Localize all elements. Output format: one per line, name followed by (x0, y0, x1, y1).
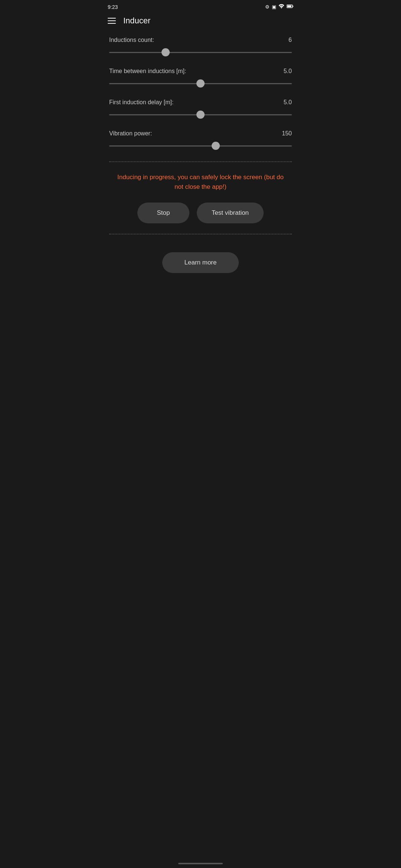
time-between-slider[interactable] (109, 80, 292, 87)
inductions-count-value: 6 (288, 37, 292, 43)
first-delay-slider-container (109, 111, 292, 118)
first-delay-value: 5.0 (284, 99, 292, 106)
inductions-count-slider[interactable] (109, 49, 292, 56)
settings-icon: ⚙ (265, 4, 270, 10)
action-buttons: Stop Test vibration (109, 199, 292, 231)
time-between-section: Time between inductions [m]: 5.0 (109, 68, 292, 87)
stop-button[interactable]: Stop (137, 203, 189, 223)
first-delay-label: First induction delay [m]: (109, 99, 173, 106)
vibration-power-section: Vibration power: 150 (109, 130, 292, 149)
time-between-value: 5.0 (284, 68, 292, 75)
app-bar: Inducer (100, 12, 301, 33)
vibration-power-label-row: Vibration power: 150 (109, 130, 292, 137)
bottom-nav-indicator (178, 863, 223, 864)
notice-text: Inducing in progress, you can safely loc… (109, 165, 292, 199)
vibration-power-slider-container (109, 142, 292, 149)
svg-rect-2 (287, 6, 291, 7)
vibration-power-label: Vibration power: (109, 130, 152, 137)
main-content: Inductions count: 6 Time between inducti… (100, 33, 301, 284)
svg-rect-1 (293, 6, 293, 7)
inductions-count-label: Inductions count: (109, 37, 154, 43)
time-between-label: Time between inductions [m]: (109, 68, 186, 75)
bottom-divider (109, 234, 292, 234)
learn-more-container: Learn more (109, 245, 292, 280)
status-bar: 9:23 ⚙ ▣ (100, 0, 301, 12)
status-icons: ⚙ ▣ (265, 4, 293, 10)
vibration-power-value: 150 (282, 130, 292, 137)
time-between-label-row: Time between inductions [m]: 5.0 (109, 68, 292, 75)
first-delay-slider[interactable] (109, 111, 292, 118)
wifi-icon (278, 4, 284, 10)
status-time: 9:23 (108, 4, 118, 10)
first-delay-label-row: First induction delay [m]: 5.0 (109, 99, 292, 106)
app-title: Inducer (123, 16, 150, 26)
inductions-count-label-row: Inductions count: 6 (109, 37, 292, 43)
sim-icon: ▣ (272, 4, 276, 10)
battery-icon (287, 4, 293, 10)
top-divider (109, 161, 292, 162)
inductions-count-slider-container (109, 49, 292, 56)
first-delay-section: First induction delay [m]: 5.0 (109, 99, 292, 118)
time-between-slider-container (109, 80, 292, 87)
bottom-divider-section (109, 234, 292, 245)
vibration-power-slider[interactable] (109, 142, 292, 149)
inductions-count-section: Inductions count: 6 (109, 37, 292, 56)
test-vibration-button[interactable]: Test vibration (197, 203, 264, 223)
menu-button[interactable] (106, 16, 117, 25)
learn-more-button[interactable]: Learn more (162, 252, 239, 273)
